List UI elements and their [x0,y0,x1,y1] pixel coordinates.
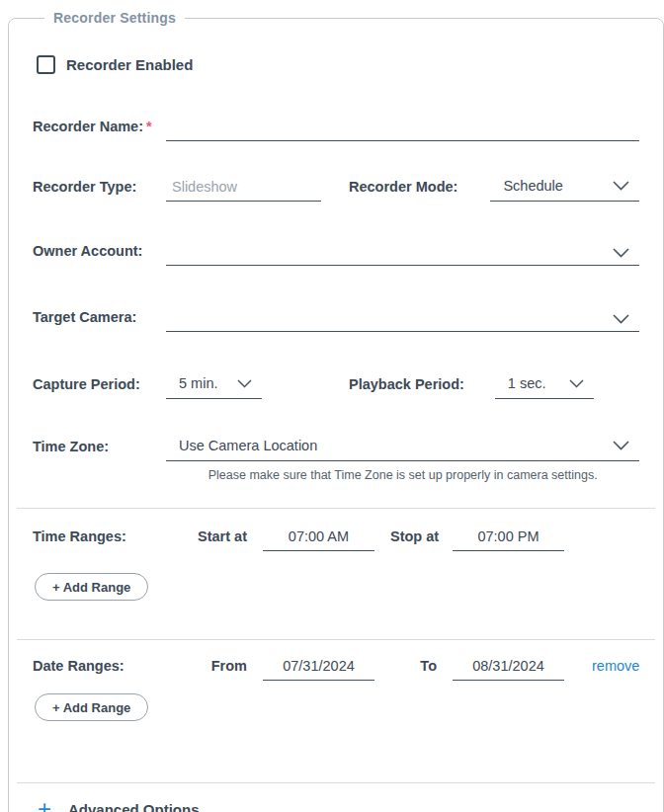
chevron-down-icon [613,181,629,191]
add-time-range-button[interactable]: + Add Range [35,573,148,601]
time-zone-hint: Please make sure that Time Zone is set u… [166,468,639,482]
recorder-mode-label: Recorder Mode: [349,179,457,202]
advanced-options-label: Advanced Options [68,801,200,812]
date-range-row: Date Ranges: From To remove [33,655,639,681]
time-range-stop-input[interactable] [453,526,564,551]
chevron-down-icon [613,248,629,258]
capture-period-value: 5 min. [179,375,218,391]
recorder-settings-panel: Recorder Settings Recorder Enabled Recor… [8,10,664,812]
playback-period-label: Playback Period: [349,376,464,399]
recorder-type-label: Recorder Type: [33,179,166,202]
recorder-mode-select[interactable]: Schedule [490,176,639,202]
date-range-to-input[interactable] [453,655,564,681]
stop-at-label: Stop at [390,528,437,551]
time-zone-row: Time Zone: Use Camera Location [33,436,639,461]
advanced-options-toggle[interactable]: + Advanced Options [33,799,639,812]
from-label: From [166,658,247,681]
section-divider [17,508,655,509]
recorder-enabled-checkbox[interactable] [37,55,55,74]
remove-date-range-link[interactable]: remove [592,658,639,681]
recorder-enabled-label: Recorder Enabled [66,56,193,73]
chevron-down-icon [237,379,252,388]
required-asterisk: * [146,119,152,134]
panel-legend: Recorder Settings [44,10,185,26]
recorder-name-row: Recorder Name:* [33,116,639,141]
owner-account-row: Owner Account: [33,243,639,266]
time-range-start-input[interactable] [263,526,374,551]
recorder-mode-value: Schedule [503,178,562,194]
time-zone-label: Time Zone: [33,439,166,461]
date-range-from-input[interactable] [263,655,374,681]
to-label: To [390,658,437,681]
section-divider [17,639,655,640]
time-zone-select[interactable]: Use Camera Location [166,436,639,461]
target-camera-row: Target Camera: [33,309,639,332]
section-divider [17,782,655,783]
recorder-type-mode-row: Recorder Type: Recorder Mode: Schedule [33,176,639,202]
capture-period-select[interactable]: 5 min. [166,373,262,399]
capture-period-label: Capture Period: [33,376,166,399]
chevron-down-icon [613,314,629,324]
chevron-down-icon [613,441,629,450]
target-camera-select[interactable] [166,312,639,332]
time-range-row: Time Ranges: Start at Stop at [33,526,639,551]
recorder-name-label: Recorder Name:* [33,119,166,141]
time-ranges-label: Time Ranges: [33,528,166,551]
target-camera-label: Target Camera: [33,309,166,332]
owner-account-label: Owner Account: [33,243,166,266]
recorder-type-input[interactable] [166,176,321,202]
time-zone-hint-row: Please make sure that Time Zone is set u… [33,468,639,482]
time-zone-value: Use Camera Location [179,438,317,453]
start-at-label: Start at [166,528,247,551]
date-ranges-label: Date Ranges: [33,658,166,681]
recorder-enabled-row: Recorder Enabled [33,55,639,74]
add-date-range-button[interactable]: + Add Range [35,693,148,721]
plus-icon: + [35,799,54,812]
capture-playback-row: Capture Period: 5 min. Playback Period: … [33,373,639,399]
chevron-down-icon [569,379,584,388]
playback-period-value: 1 sec. [508,375,546,391]
owner-account-select[interactable] [166,246,639,266]
playback-period-select[interactable]: 1 sec. [495,373,594,399]
recorder-name-input[interactable] [166,116,639,141]
